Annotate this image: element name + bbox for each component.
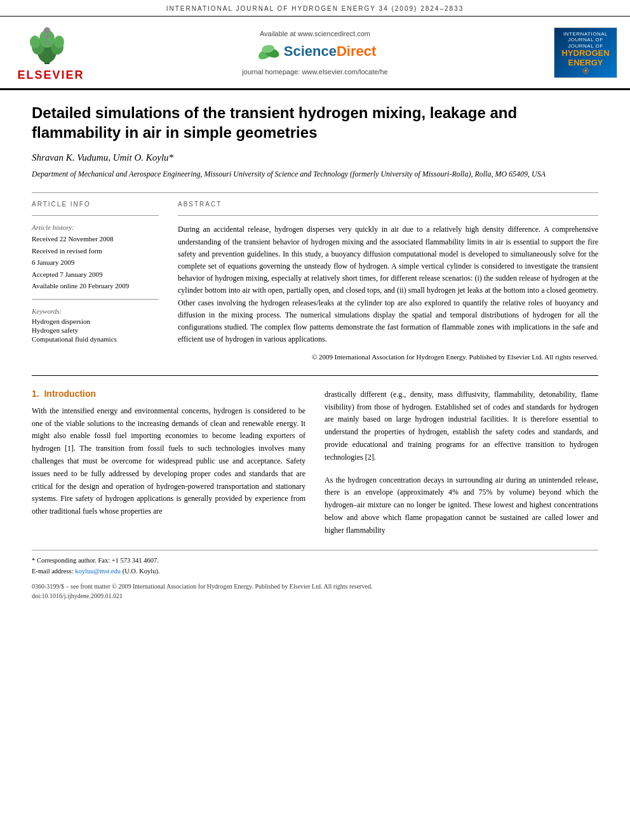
banner: ELSEVIER Available at www.sciencedirect.… <box>0 17 630 90</box>
header-divider <box>32 192 598 193</box>
intro-left-text: With the intensified energy and environm… <box>32 405 305 518</box>
abstract-text: During an accidental release, hydrogen d… <box>178 223 598 345</box>
authors: Shravan K. Vudumu, Umit O. Koylu* <box>32 152 598 163</box>
journal-homepage: journal homepage: www.elsevier.com/locat… <box>89 68 541 76</box>
accepted-date: Accepted 7 January 2009 <box>32 269 159 280</box>
intro-right-text2: As the hydrogen concentration decays in … <box>325 474 598 537</box>
available-online: Available online 20 February 2009 <box>32 281 159 291</box>
intro-heading: 1. Introduction <box>32 389 305 399</box>
received-date: Received 22 November 2008 <box>32 234 159 244</box>
copyright-line: © 2009 International Association for Hyd… <box>178 352 598 363</box>
keywords-divider <box>32 299 159 300</box>
sciencedirect-logo: ScienceDirect <box>254 41 377 62</box>
elsevier-logo-area: ELSEVIER <box>13 23 89 82</box>
intro-right-text1: drastically different (e.g., density, ma… <box>325 389 598 464</box>
he-logo-circle-icon <box>575 67 597 74</box>
article-info-column: ARTICLE INFO Article history: Received 2… <box>32 201 159 362</box>
he-logo-area: International Journal of Journal of HYDR… <box>541 27 617 78</box>
elsevier-logo: ELSEVIER <box>13 23 89 82</box>
main-content: Detailed simulations of the transient hy… <box>0 90 630 613</box>
he-logo-box: International Journal of Journal of HYDR… <box>554 27 617 78</box>
sciencedirect-text: ScienceDirect <box>284 43 377 60</box>
svg-point-17 <box>585 70 586 71</box>
article-info-abstract: ARTICLE INFO Article history: Received 2… <box>32 201 598 362</box>
svg-point-5 <box>30 36 40 48</box>
footnotes-area: * Corresponding author. Fax: +1 573 341 … <box>32 550 598 601</box>
introduction-section: 1. Introduction With the intensified ene… <box>32 389 598 537</box>
elsevier-tree-icon <box>22 23 79 67</box>
article-title: Detailed simulations of the transient hy… <box>32 103 598 142</box>
page: INTERNATIONAL JOURNAL OF HYDROGEN ENERGY… <box>0 0 630 840</box>
abstract-heading: ABSTRACT <box>178 201 598 208</box>
revised-date: 6 January 2009 <box>32 257 159 268</box>
section-divider <box>32 375 598 376</box>
intro-right-col: drastically different (e.g., density, ma… <box>325 389 598 537</box>
article-history-label: Article history: <box>32 223 159 231</box>
keyword-2: Hydrogen safety <box>32 326 159 334</box>
svg-point-7 <box>44 27 50 34</box>
received-revised-label: Received in revised form <box>32 246 159 257</box>
elsevier-wordmark: ELSEVIER <box>17 69 84 82</box>
article-info-divider <box>32 215 159 216</box>
email-link[interactable]: koyluu@mst.edu <box>75 568 121 575</box>
sciencedirect-url: Available at www.sciencedirect.com <box>89 30 541 37</box>
corresponding-author: * Corresponding author. Fax: +1 573 341 … <box>32 556 598 566</box>
sciencedirect-area: Available at www.sciencedirect.com Scien… <box>89 30 541 76</box>
abstract-divider <box>178 215 598 216</box>
intro-left-col: 1. Introduction With the intensified ene… <box>32 389 305 537</box>
journal-header: INTERNATIONAL JOURNAL OF HYDROGEN ENERGY… <box>0 0 630 17</box>
article-info-heading: ARTICLE INFO <box>32 201 159 208</box>
keyword-3: Computational fluid dynamics <box>32 335 159 343</box>
sciencedirect-leaves-icon <box>254 41 283 62</box>
science-text: Science <box>284 43 337 59</box>
he-logo-main-text: HYDROGEN ENERGY <box>561 49 609 67</box>
keyword-1: Hydrogen dispersion <box>32 317 159 325</box>
he-logo-small-text: International Journal of Journal of <box>558 31 613 50</box>
affiliation: Department of Mechanical and Aerospace E… <box>32 168 598 180</box>
email-footnote: E-mail address: koyluu@mst.edu (U.O. Koy… <box>32 566 598 577</box>
svg-point-6 <box>54 36 64 48</box>
abstract-column: ABSTRACT During an accidental release, h… <box>178 201 598 362</box>
copyright-footer: 0360-3199/$ – see front matter © 2009 In… <box>32 582 598 601</box>
direct-text: Direct <box>337 43 376 59</box>
journal-title: INTERNATIONAL JOURNAL OF HYDROGEN ENERGY… <box>166 5 464 12</box>
keywords-label: Keywords: <box>32 307 159 315</box>
